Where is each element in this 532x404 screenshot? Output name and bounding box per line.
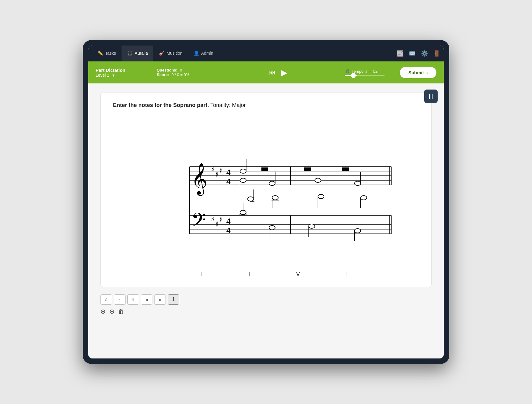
- svg-point-59: [318, 194, 324, 199]
- instruction-bold: Enter the notes for the Soprano part.: [113, 102, 209, 108]
- submit-label: Submit: [408, 70, 424, 75]
- exercise-title-sub: Level 1 ▾: [96, 73, 151, 78]
- zoom-in-button[interactable]: ⊕: [100, 308, 106, 315]
- exercise-title-main: Part Dictation: [96, 68, 151, 73]
- svg-text:4: 4: [226, 226, 231, 235]
- device-frame: ✏️ Tasks 🎧 Auralia 🎸 Musition 👤 Admin 📈 …: [83, 40, 449, 364]
- play-button[interactable]: ▶: [281, 68, 287, 78]
- flat-button[interactable]: ♭: [114, 294, 126, 305]
- svg-point-49: [309, 224, 315, 228]
- skip-back-icon: ⏮: [269, 68, 276, 76]
- roman-numeral-2: I: [248, 270, 250, 277]
- svg-text:4: 4: [226, 177, 231, 186]
- double-sharp-button[interactable]: 𝄪: [141, 294, 152, 305]
- tasks-icon: ✏️: [97, 50, 103, 56]
- device-screen: ✏️ Tasks 🎧 Auralia 🎸 Musition 👤 Admin 📈 …: [88, 46, 444, 358]
- tempo-section: 🎵 Tempo ♩ = 52: [345, 69, 394, 76]
- instruction-normal: Tonality: Major: [210, 102, 246, 108]
- exercise-stats: Questions: 0 Score: 0 / 0 = 0%: [157, 68, 212, 77]
- instruction-text: Enter the notes for the Soprano part. To…: [113, 102, 419, 108]
- treble-staff: 𝄞 ♯ ♯ ♯ 4 4: [190, 159, 391, 196]
- roman-numeral-1: I: [201, 270, 203, 277]
- svg-point-26: [355, 181, 361, 185]
- roman-numeral-4: I: [346, 270, 348, 277]
- transport-controls: ⏮ ▶: [218, 68, 339, 78]
- mail-icon[interactable]: ✉️: [409, 50, 416, 57]
- natural-icon: ♮: [132, 297, 134, 303]
- svg-point-56: [272, 196, 278, 200]
- flat-icon: ♭: [118, 297, 121, 303]
- sidebar-toggle-icon: |||: [429, 93, 433, 100]
- musition-icon: 🎸: [159, 50, 165, 56]
- submit-chevron-icon: ›: [426, 70, 428, 75]
- roman-numeral-3: V: [296, 270, 300, 277]
- double-sharp-icon: 𝄪: [146, 297, 148, 302]
- zoom-in-icon: ⊕: [100, 308, 106, 315]
- main-content: ||| Enter the notes for the Soprano part…: [88, 83, 444, 358]
- double-flat-button[interactable]: 𝄫: [154, 294, 166, 305]
- settings-icon[interactable]: ⚙️: [421, 50, 428, 57]
- svg-text:♯: ♯: [211, 166, 214, 173]
- double-flat-icon: 𝄫: [159, 297, 162, 302]
- svg-text:♯: ♯: [215, 220, 219, 228]
- nav-tab-tasks-label: Tasks: [105, 51, 116, 56]
- score-container: Enter the notes for the Soprano part. To…: [100, 93, 432, 287]
- number-one-label: 1: [172, 297, 175, 302]
- nav-tab-auralia[interactable]: 🎧 Auralia: [122, 46, 154, 61]
- svg-point-53: [248, 197, 254, 201]
- svg-text:4: 4: [226, 167, 231, 177]
- nav-tab-tasks[interactable]: ✏️ Tasks: [92, 46, 122, 61]
- sharp-icon: ♯: [105, 297, 107, 303]
- zoom-out-icon: ⊖: [109, 308, 115, 315]
- exercise-header: Part Dictation Level 1 ▾ Questions: 0 Sc…: [88, 61, 444, 83]
- score-row: Score: 0 / 0 = 0%: [157, 72, 212, 77]
- nav-tab-auralia-label: Auralia: [135, 51, 148, 56]
- music-score-svg: 𝄞 ♯ ♯ ♯ 4 4: [135, 118, 397, 264]
- nav-tab-musition-label: Musition: [166, 51, 182, 56]
- number-one-button[interactable]: 1: [168, 294, 179, 305]
- tool-actions: ⊕ ⊖ 🗑: [100, 308, 432, 315]
- auralia-icon: 🎧: [127, 50, 133, 56]
- svg-text:𝄢: 𝄢: [191, 210, 206, 235]
- svg-text:♯: ♯: [220, 167, 223, 174]
- music-staff-container[interactable]: 𝄞 ♯ ♯ ♯ 4 4: [113, 118, 419, 264]
- questions-row: Questions: 0: [157, 68, 212, 72]
- zoom-out-button[interactable]: ⊖: [109, 308, 115, 315]
- tempo-slider[interactable]: [345, 75, 384, 76]
- svg-rect-22: [304, 167, 311, 171]
- sharp-button[interactable]: ♯: [100, 294, 112, 305]
- tempo-slider-row: [345, 75, 394, 76]
- nav-tab-musition[interactable]: 🎸 Musition: [153, 46, 188, 61]
- svg-point-47: [269, 226, 275, 230]
- delete-button[interactable]: 🗑: [118, 308, 124, 315]
- nav-actions: 📈 ✉️ ⚙️ 🚪: [397, 50, 440, 57]
- svg-text:♯: ♯: [220, 215, 223, 223]
- exercise-title: Part Dictation Level 1 ▾: [96, 68, 151, 78]
- logout-icon[interactable]: 🚪: [433, 50, 440, 57]
- nav-tab-admin[interactable]: 👤 Admin: [188, 46, 219, 61]
- top-nav: ✏️ Tasks 🎧 Auralia 🎸 Musition 👤 Admin 📈 …: [88, 46, 444, 61]
- play-icon: ▶: [281, 68, 287, 78]
- accidentals-toolbar: ♯ ♭ ♮ 𝄪 𝄫 1: [100, 294, 432, 305]
- score-value: 0 / 0 = 0%: [171, 72, 189, 77]
- admin-icon: 👤: [194, 50, 199, 56]
- svg-text:𝄞: 𝄞: [191, 163, 207, 196]
- svg-point-51: [355, 229, 361, 233]
- chart-icon[interactable]: 📈: [397, 50, 403, 57]
- delete-icon: 🗑: [118, 308, 124, 315]
- skip-back-button[interactable]: ⏮: [269, 68, 276, 76]
- svg-point-24: [315, 178, 321, 182]
- svg-point-62: [361, 196, 367, 200]
- level-dropdown[interactable]: ▾: [112, 73, 115, 78]
- questions-value: 0: [180, 68, 182, 72]
- svg-point-20: [269, 181, 275, 185]
- svg-text:♯: ♯: [215, 171, 219, 178]
- score-label: Score:: [157, 72, 169, 77]
- svg-point-17: [240, 178, 246, 182]
- natural-button[interactable]: ♮: [127, 294, 139, 305]
- nav-tab-admin-label: Admin: [201, 51, 213, 56]
- sidebar-toggle-button[interactable]: |||: [424, 90, 438, 103]
- roman-numerals: I I V I: [113, 270, 419, 277]
- submit-button[interactable]: Submit ›: [400, 67, 436, 78]
- questions-label: Questions:: [157, 68, 177, 72]
